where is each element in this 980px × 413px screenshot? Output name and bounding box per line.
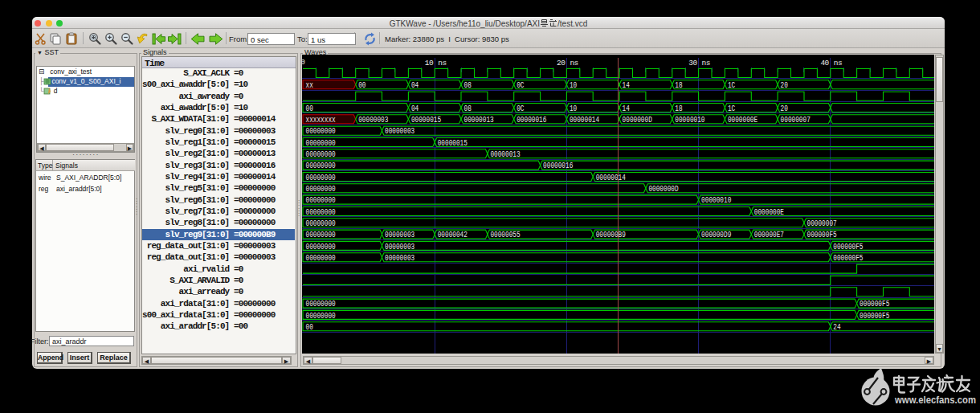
- svg-text:00000000: 00000000: [306, 195, 336, 205]
- svg-text:xxxxxxxx: xxxxxxxx: [306, 115, 336, 125]
- svg-text:000000E7: 000000E7: [754, 230, 784, 239]
- svg-text:00000000: 00000000: [306, 184, 336, 194]
- svg-text:20: 20: [557, 59, 566, 67]
- svg-text:00000000: 00000000: [306, 253, 336, 263]
- svg-text:00000000: 00000000: [306, 207, 336, 217]
- svg-text:18: 18: [675, 80, 682, 90]
- svg-text:ns: ns: [438, 59, 446, 67]
- svg-text:00: 00: [306, 322, 313, 332]
- svg-text:0000000D: 0000000D: [623, 115, 652, 125]
- svg-text:00000000: 00000000: [306, 311, 336, 321]
- svg-text:0000000E: 0000000E: [728, 115, 757, 125]
- svg-text:00: 00: [358, 80, 365, 90]
- svg-text:14: 14: [623, 104, 630, 113]
- svg-text:0C: 0C: [517, 80, 524, 90]
- svg-text:1C: 1C: [728, 104, 735, 113]
- svg-text:0: 0: [302, 58, 305, 67]
- svg-text:000000F5: 000000F5: [807, 230, 837, 239]
- svg-text:08: 08: [464, 104, 472, 113]
- svg-text:xx: xx: [306, 80, 313, 90]
- svg-text:0C: 0C: [517, 104, 524, 113]
- svg-text:00000000: 00000000: [306, 242, 336, 251]
- svg-text:000000D9: 000000D9: [701, 230, 731, 239]
- svg-text:00000015: 00000015: [438, 138, 468, 148]
- svg-text:24: 24: [833, 322, 840, 332]
- svg-text:00000013: 00000013: [464, 115, 494, 125]
- svg-text:00000000: 00000000: [306, 230, 336, 239]
- svg-text:00000014: 00000014: [596, 173, 626, 182]
- svg-text:0000000D: 0000000D: [648, 184, 678, 194]
- svg-text:00000003: 00000003: [358, 115, 388, 125]
- svg-text:00000010: 00000010: [675, 115, 704, 125]
- svg-text:ns: ns: [570, 59, 578, 67]
- svg-text:08: 08: [464, 80, 472, 90]
- svg-text:00000055: 00000055: [490, 230, 520, 239]
- svg-text:00000003: 00000003: [385, 253, 414, 263]
- svg-text:1C: 1C: [728, 80, 735, 90]
- svg-text:18: 18: [675, 104, 682, 113]
- svg-text:00000014: 00000014: [570, 115, 599, 125]
- svg-text:00000000: 00000000: [306, 173, 336, 182]
- svg-text:000000F5: 000000F5: [833, 253, 863, 263]
- svg-text:00000000: 00000000: [306, 161, 336, 170]
- svg-text:00000000: 00000000: [306, 149, 336, 159]
- svg-text:000000B9: 000000B9: [596, 230, 626, 239]
- svg-text:04: 04: [411, 104, 419, 113]
- svg-text:30: 30: [688, 59, 697, 67]
- svg-text:00000013: 00000013: [490, 149, 520, 159]
- svg-text:ns: ns: [834, 59, 842, 67]
- svg-text:00000016: 00000016: [543, 161, 573, 170]
- svg-text:00000003: 00000003: [385, 126, 414, 136]
- svg-text:10: 10: [425, 59, 434, 67]
- svg-text:40: 40: [820, 59, 829, 67]
- svg-text:00000010: 00000010: [701, 195, 731, 205]
- svg-text:00000016: 00000016: [517, 115, 546, 125]
- svg-text:04: 04: [411, 80, 419, 90]
- svg-text:10: 10: [570, 80, 577, 90]
- svg-text:00000007: 00000007: [807, 219, 837, 228]
- svg-text:www.elecfans.com: www.elecfans.com: [894, 394, 976, 406]
- svg-text:00000003: 00000003: [385, 230, 414, 239]
- svg-text:20: 20: [781, 80, 788, 90]
- svg-text:00: 00: [306, 104, 313, 113]
- svg-text:ns: ns: [702, 59, 710, 67]
- svg-text:00000007: 00000007: [781, 115, 811, 125]
- svg-text:00000000: 00000000: [306, 138, 336, 148]
- svg-text:000000F5: 000000F5: [860, 299, 889, 309]
- svg-text:00000000: 00000000: [306, 299, 336, 309]
- svg-text:14: 14: [623, 80, 630, 90]
- svg-text:0000000E: 0000000E: [754, 207, 784, 217]
- svg-text:20: 20: [781, 104, 788, 113]
- svg-text:00000015: 00000015: [411, 115, 441, 125]
- svg-text:00000003: 00000003: [385, 242, 414, 251]
- svg-text:00000000: 00000000: [306, 126, 336, 136]
- svg-text:10: 10: [570, 104, 577, 113]
- svg-text:000000F5: 000000F5: [833, 242, 863, 251]
- svg-text:00000042: 00000042: [438, 230, 468, 239]
- svg-text:000000F5: 000000F5: [860, 311, 889, 321]
- svg-text:00000000: 00000000: [306, 219, 336, 228]
